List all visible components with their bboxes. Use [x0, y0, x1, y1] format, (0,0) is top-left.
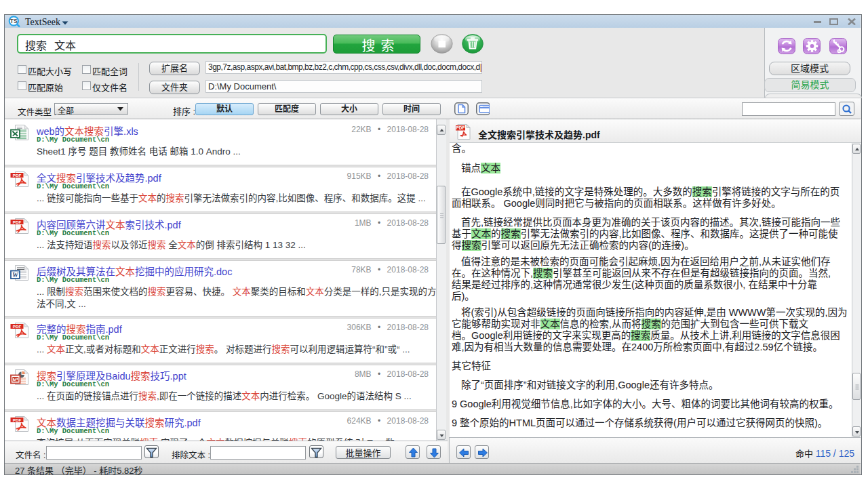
svg-text:TS: TS — [10, 18, 18, 24]
svg-text:PDF: PDF — [13, 418, 22, 422]
svg-text:PDF: PDF — [13, 173, 22, 178]
svg-text:PDF: PDF — [13, 220, 22, 224]
svg-text:W: W — [12, 271, 19, 279]
svg-text:PDF: PDF — [456, 125, 465, 130]
svg-text:PDF: PDF — [13, 324, 22, 329]
